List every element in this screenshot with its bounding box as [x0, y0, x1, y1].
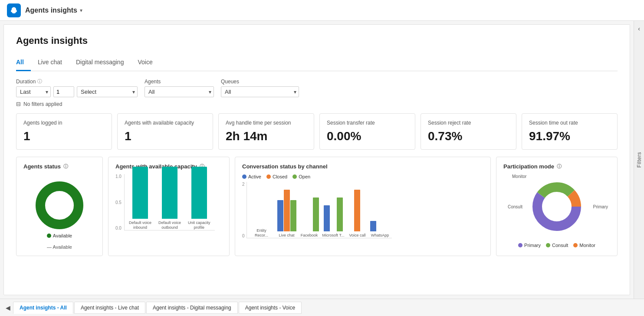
queues-filter: Queues All: [221, 79, 299, 97]
consult-label: Consult: [508, 204, 522, 209]
channel-facebook-bars: [300, 198, 319, 231]
channel-livechat-label: Live chat: [279, 233, 295, 238]
channel-voice-label: Voice call: [349, 233, 365, 238]
agents-select-wrapper[interactable]: All: [145, 86, 214, 97]
agents-select[interactable]: All: [145, 86, 214, 97]
queues-select-wrapper[interactable]: All: [221, 86, 299, 97]
bar-default-voice-inbound-rect: [132, 167, 148, 219]
participation-donut-svg: [529, 178, 585, 235]
agents-status-chart: Agents status ⓘ Available: [16, 157, 103, 256]
duration-label: Duration ⓘ: [16, 78, 138, 85]
duration-number-input[interactable]: [53, 86, 74, 97]
bar-unit-capacity-profile: Unit capacityprofile: [188, 167, 210, 230]
kpi-session-transfer-rate-value: 0.00%: [327, 129, 408, 143]
duration-preset-wrapper[interactable]: Last: [16, 86, 51, 97]
monitor-dot: [573, 243, 578, 247]
bar-unit-capacity-profile-label: Unit capacityprofile: [188, 221, 210, 230]
closed-legend: Closed: [266, 174, 287, 179]
channel-whatsapp-label: WhatsApp: [371, 233, 389, 238]
primary-legend: Primary: [518, 243, 541, 248]
tab-all[interactable]: All: [16, 55, 31, 71]
bar-default-voice-outbound-label: Default voiceoutbound: [158, 221, 181, 230]
livechat-open-bar: [290, 200, 296, 231]
filters-panel-label: Filters: [636, 152, 642, 168]
agents-status-sublabel: — Available: [23, 244, 95, 250]
open-dot: [292, 174, 297, 179]
open-legend: Open: [292, 174, 310, 179]
channel-whatsapp-bars: [370, 221, 389, 231]
channel-facebook: Facebook: [300, 198, 319, 238]
channel-whatsapp: WhatsApp: [370, 221, 389, 238]
bar-unit-capacity-profile-rect: [191, 167, 207, 219]
queues-select[interactable]: All: [221, 86, 299, 97]
channel-bars: Entity Recor... Live chat: [246, 182, 392, 238]
panel-collapse-arrow[interactable]: ‹: [638, 25, 640, 32]
tab-digital-messaging[interactable]: Digital messaging: [69, 55, 131, 71]
right-filter-panel[interactable]: ‹ Filters: [634, 21, 644, 299]
kpi-avg-handle-time-label: Avg handle time per session: [226, 120, 307, 126]
agents-status-donut: Available: [23, 174, 95, 244]
available-legend-dot: [47, 234, 51, 238]
kpi-session-timeout-rate-label: Session time out rate: [529, 120, 610, 126]
duration-info-icon[interactable]: ⓘ: [37, 78, 42, 85]
tab-live-chat[interactable]: Live chat: [31, 55, 69, 71]
kpi-agents-logged-in-value: 1: [23, 129, 105, 143]
chart-row: Agents status ⓘ Available: [16, 157, 618, 256]
kpi-agents-available-capacity-value: 1: [125, 129, 206, 143]
primary-label: Primary: [593, 204, 608, 209]
channel-microsoft: Microsoft T...: [322, 198, 345, 238]
conversation-status-legend: Active Closed Open: [242, 174, 483, 179]
kpi-session-reject-rate: Session reject rate 0.73%: [421, 113, 516, 150]
channel-chart-wrapper: 2 0 Entity Recor...: [242, 182, 483, 238]
tab-voice[interactable]: Voice: [131, 55, 159, 71]
primary-dot: [518, 243, 522, 247]
dashboard: Agents insights All Live chat Digital me…: [3, 24, 630, 295]
no-filters-icon: ⊟: [16, 101, 21, 107]
agents-capacity-wrapper: 1.0 0.5 0.0 Default voiceinbound De: [115, 174, 222, 230]
available-legend-label: Available: [53, 233, 72, 238]
bar-default-voice-outbound-rect: [162, 167, 177, 219]
participation-donut-container: Monitor Consult Primary: [503, 174, 610, 239]
bar-default-voice-outbound: Default voiceoutbound: [158, 167, 181, 230]
conversation-status-chart: Conversation status by channel Active Cl…: [235, 157, 491, 256]
duration-period-select[interactable]: Select: [77, 86, 138, 97]
duration-period-wrapper[interactable]: Select: [77, 86, 138, 97]
app-icon: [7, 3, 21, 17]
agents-label: Agents: [145, 79, 214, 85]
bar-default-voice-inbound-label: Default voiceinbound: [129, 221, 151, 230]
kpi-session-timeout-rate-value: 91.97%: [529, 129, 610, 143]
capacity-bars: Default voiceinbound Default voiceoutbou…: [124, 174, 215, 230]
agents-capacity-chart: Agents with available capacity ⓘ 1.0 0.5…: [108, 157, 230, 256]
bottom-tab-digital-messaging[interactable]: Agent insights - Digital messaging: [146, 302, 238, 314]
chevron-down-icon[interactable]: ▾: [80, 7, 82, 13]
agents-icon: [10, 7, 18, 14]
svg-point-1: [47, 193, 72, 217]
closed-dot: [266, 174, 271, 179]
prev-tab-arrow[interactable]: ◀: [3, 303, 12, 312]
top-bar: Agents insights ▾: [0, 0, 644, 21]
kpi-session-timeout-rate: Session time out rate 91.97%: [522, 113, 618, 150]
agents-status-info-icon[interactable]: ⓘ: [63, 163, 68, 170]
queues-label: Queues: [221, 79, 299, 85]
bottom-tab-all[interactable]: Agent insights - All: [13, 302, 73, 314]
duration-filter: Duration ⓘ Last Select: [16, 78, 138, 97]
bar-default-voice-inbound: Default voiceinbound: [129, 167, 151, 230]
channel-livechat: Live chat: [277, 190, 296, 238]
conversation-status-chart-title: Conversation status by channel: [242, 163, 483, 170]
kpi-row: Agents logged in 1 Agents with available…: [16, 113, 618, 150]
participation-info-icon[interactable]: ⓘ: [557, 163, 562, 170]
microsoft-active-bar: [324, 205, 330, 231]
duration-preset-select[interactable]: Last: [16, 86, 51, 97]
kpi-avg-handle-time: Avg handle time per session 2h 14m: [218, 113, 314, 150]
whatsapp-active-bar: [370, 221, 376, 231]
kpi-session-transfer-rate-label: Session transfer rate: [327, 120, 408, 126]
livechat-closed-bar: [284, 190, 290, 231]
bottom-tab-live-chat[interactable]: Agent insights - Live chat: [74, 302, 145, 314]
tab-bar: All Live chat Digital messaging Voice: [16, 55, 618, 71]
capacity-y-axis: 1.0 0.5 0.0: [115, 174, 122, 230]
bottom-tab-voice[interactable]: Agent insights - Voice: [239, 302, 302, 314]
channel-livechat-bars: [277, 190, 296, 231]
channel-microsoft-label: Microsoft T...: [322, 233, 345, 238]
channel-microsoft-bars: [324, 198, 343, 231]
agents-status-legend: Available: [47, 233, 72, 238]
